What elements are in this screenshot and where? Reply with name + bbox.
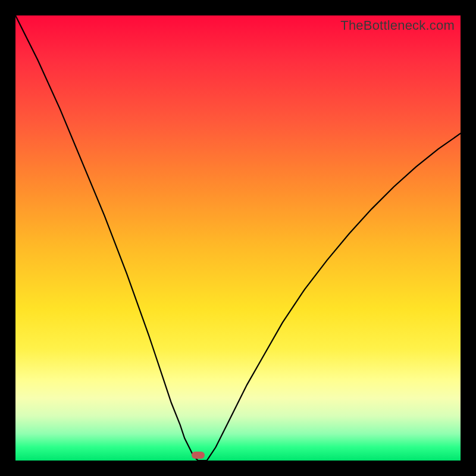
plot-area: TheBottleneck.com bbox=[15, 15, 461, 461]
chart-frame: TheBottleneck.com bbox=[0, 0, 476, 476]
bottleneck-curve bbox=[15, 15, 461, 461]
optimum-marker bbox=[192, 452, 205, 459]
